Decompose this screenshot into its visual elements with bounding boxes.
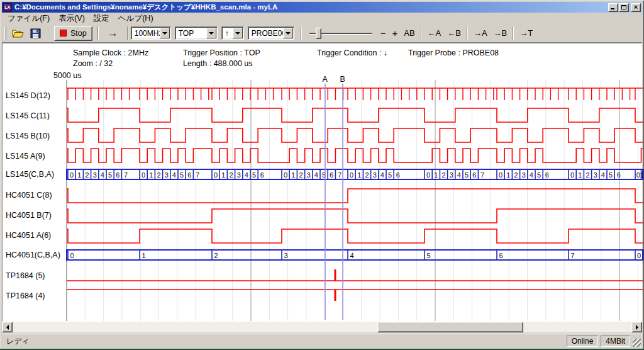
maximize-icon xyxy=(621,5,626,9)
app-icon: LA xyxy=(3,3,12,12)
trigger-condition-info: Trigger Condition : ↓ xyxy=(317,48,387,57)
app-window: LA C:¥Documents and Settings¥noname¥デスクト… xyxy=(0,0,644,350)
toolbar-separator xyxy=(97,26,99,40)
toolbar-separator xyxy=(421,26,422,40)
chevron-down-icon[interactable] xyxy=(233,28,243,38)
title-bar: LA C:¥Documents and Settings¥noname¥デスクト… xyxy=(2,2,642,13)
chevron-down-icon[interactable] xyxy=(206,28,216,38)
menu-help[interactable]: ヘルプ(H) xyxy=(114,13,158,25)
zoom-info: Zoom : / 32 xyxy=(73,59,113,68)
goto-trigger-button[interactable]: →T xyxy=(516,27,536,39)
run-button[interactable]: → xyxy=(101,27,125,40)
floppy-disk-icon xyxy=(30,28,42,38)
menu-settings[interactable]: 設定 xyxy=(89,13,114,25)
time-scale-label: 5000 us xyxy=(53,71,81,80)
trigger-probe-info: Trigger Probe : PROBE08 xyxy=(408,48,499,57)
menu-bar: ファイル(F) 表示(V) 設定 ヘルプ(H) xyxy=(2,13,642,24)
stop-button[interactable]: Stop xyxy=(54,26,92,41)
trigger-edge-value: ↑ xyxy=(222,29,233,38)
window-controls: × xyxy=(608,3,641,12)
trigger-probe-select[interactable]: PROBE00 xyxy=(248,26,294,40)
toolbar-separator xyxy=(467,26,468,40)
sample-clock-info: Sample Clock : 2MHz xyxy=(73,48,148,57)
waveform-panel: Sample Clock : 2MHz Trigger Position : T… xyxy=(2,43,642,322)
trigger-probe-value: PROBE00 xyxy=(248,29,283,38)
status-bar: レディ Online 4MBit xyxy=(2,334,642,348)
chevron-down-icon[interactable] xyxy=(283,28,293,38)
stop-icon xyxy=(60,30,67,37)
trigger-position-select[interactable]: TOP xyxy=(175,26,218,40)
trigger-position-value: TOP xyxy=(175,29,206,38)
scroll-left-button[interactable] xyxy=(2,322,13,332)
sample-clock-select[interactable]: 100MHz xyxy=(131,26,171,40)
zoom-slider-thumb[interactable] xyxy=(316,28,321,39)
scrollbar-thumb[interactable] xyxy=(377,322,523,332)
save-button[interactable] xyxy=(28,26,44,41)
trigger-position-info: Trigger Position : TOP xyxy=(183,48,260,57)
toolbar-separator xyxy=(48,26,49,40)
close-icon: × xyxy=(631,3,640,11)
scroll-right-button[interactable] xyxy=(631,322,642,332)
toolbar-separator xyxy=(127,26,128,40)
minimize-icon xyxy=(611,8,614,9)
sample-clock-value: 100MHz xyxy=(131,29,160,38)
arrow-left-icon xyxy=(6,325,9,330)
toolbar-separator xyxy=(513,26,514,40)
goto-a-left-button[interactable]: ←A xyxy=(425,27,445,39)
toolbar-grip xyxy=(4,27,6,40)
toolbar: Stop → 100MHz TOP ↑ PROBE00 − + AB ←A xyxy=(2,24,642,43)
length-info: Length : 488.000 us xyxy=(183,59,253,68)
zoom-in-button[interactable]: + xyxy=(389,26,401,40)
window-title: C:¥Documents and Settings¥noname¥デスクトップ¥… xyxy=(14,3,608,12)
open-button[interactable] xyxy=(10,26,26,41)
goto-b-left-button[interactable]: ←B xyxy=(444,27,464,39)
trigger-edge-select[interactable]: ↑ xyxy=(221,26,244,40)
open-folder-icon xyxy=(12,28,25,38)
ab-button[interactable]: AB xyxy=(401,27,418,39)
goto-b-right-button[interactable]: →B xyxy=(491,27,511,39)
resize-grip[interactable] xyxy=(633,339,641,347)
minimize-button[interactable] xyxy=(608,3,618,12)
chevron-down-icon[interactable] xyxy=(160,28,170,38)
zoom-out-button[interactable]: − xyxy=(377,26,389,40)
close-button[interactable]: × xyxy=(631,3,641,12)
menu-view[interactable]: 表示(V) xyxy=(54,13,89,25)
online-indicator: Online xyxy=(567,336,599,347)
maximize-button[interactable] xyxy=(619,3,629,12)
toolbar-separator xyxy=(301,26,302,40)
memory-indicator: 4MBit xyxy=(601,336,630,347)
goto-a-right-button[interactable]: →A xyxy=(470,27,491,39)
arrow-right-icon xyxy=(636,325,638,330)
horizontal-scrollbar[interactable] xyxy=(2,322,642,332)
status-message: レディ xyxy=(6,336,564,347)
zoom-slider[interactable] xyxy=(308,26,374,40)
menu-file[interactable]: ファイル(F) xyxy=(3,13,54,25)
stop-label: Stop xyxy=(70,29,87,38)
